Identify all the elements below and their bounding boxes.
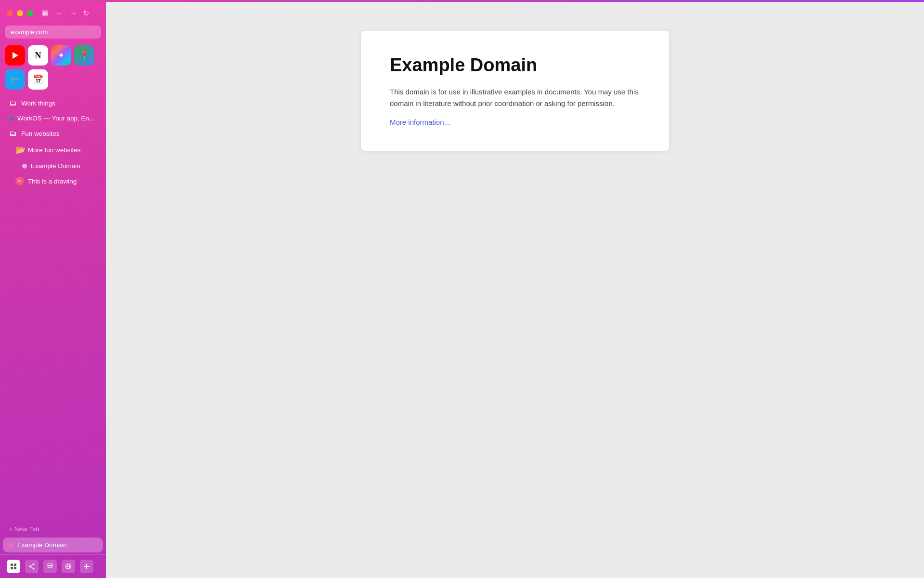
notion-n-icon: N — [35, 51, 41, 61]
url-bar[interactable]: example.com — [5, 26, 101, 39]
forward-button[interactable]: → — [67, 8, 79, 19]
twitter-bird-icon: 🐦 — [10, 74, 20, 85]
active-tab-label: Example Domain — [17, 541, 67, 549]
bookmark-youtube[interactable] — [5, 45, 25, 66]
new-tab-label: + New Tab — [9, 525, 39, 533]
sidebar-nav: 🗂 Work things WorkOS — Your app, En... 🗂… — [0, 93, 106, 523]
svg-rect-2 — [45, 13, 48, 14]
svg-rect-1 — [45, 12, 48, 13]
sidebar-item-more-fun-websites-label: More fun websites — [28, 146, 81, 154]
bookmarks-row-1: N ✦ 📍 — [0, 43, 106, 69]
traffic-lights-area: ← → ↻ — [0, 2, 106, 23]
minimize-button[interactable] — [17, 10, 23, 16]
folder-open-icon: 📂 — [15, 145, 24, 155]
database-icon[interactable] — [43, 560, 57, 573]
drawing-icon: ✏ — [15, 177, 24, 185]
svg-point-13 — [48, 564, 52, 565]
sidebar-item-more-fun-websites[interactable]: 📂 More fun websites — [10, 142, 103, 158]
active-tab-dot-icon — [9, 543, 13, 548]
page-dot-icon — [22, 164, 27, 169]
youtube-play-icon — [13, 52, 18, 59]
sidebar-bottom-toolbar — [0, 554, 106, 578]
close-button[interactable] — [7, 10, 13, 16]
reload-button[interactable]: ↻ — [81, 8, 91, 19]
sidebar-item-workos-label: WorkOS — Your app, En... — [17, 115, 94, 122]
workos-dot-icon — [9, 116, 13, 121]
sidebar-item-work-things[interactable]: 🗂 Work things — [3, 95, 103, 111]
url-bar-area: example.com — [0, 23, 106, 43]
bookmarks-row-2: 🐦 📅 — [0, 69, 106, 93]
sidebar-item-example-domain-label: Example Domain — [31, 162, 80, 170]
svg-line-11 — [30, 564, 34, 566]
sidebar-item-work-things-label: Work things — [21, 100, 55, 107]
svg-rect-3 — [45, 14, 48, 15]
sidebar-item-drawing-label: This is a drawing — [28, 178, 77, 185]
active-tab[interactable]: Example Domain — [3, 538, 103, 552]
bookmark-twitter[interactable]: 🐦 — [5, 69, 25, 90]
maps-pin-icon: 📍 — [79, 50, 90, 61]
back-button[interactable]: ← — [54, 8, 65, 19]
svg-rect-7 — [14, 567, 16, 569]
calendar-icon: 📅 — [33, 74, 43, 85]
page-title: Example Domain — [390, 55, 640, 76]
svg-rect-4 — [11, 564, 13, 566]
tab-overview-icon[interactable] — [7, 560, 20, 573]
sidebar-item-fun-websites-label: Fun websites — [21, 130, 60, 137]
svg-rect-0 — [43, 12, 45, 15]
sidebar-item-fun-websites[interactable]: 🗂 Fun websites — [3, 126, 103, 141]
sidebar-toggle-icon[interactable] — [42, 10, 48, 16]
new-tab-button[interactable]: + New Tab — [3, 523, 103, 536]
bookmark-notion[interactable]: N — [28, 45, 48, 66]
main-content: Example Domain This domain is for use in… — [106, 2, 924, 578]
fullscreen-button[interactable] — [27, 10, 33, 16]
bookmark-maps[interactable]: 📍 — [74, 45, 94, 66]
sidebar-item-example-domain-nav[interactable]: Example Domain — [16, 159, 103, 173]
sidebar: ← → ↻ example.com N ✦ 📍 — [0, 2, 106, 578]
share-icon[interactable] — [25, 560, 38, 573]
svg-rect-6 — [11, 567, 13, 569]
content-card: Example Domain This domain is for use in… — [361, 31, 669, 151]
figma-icon: ✦ — [58, 52, 64, 59]
browser-window: ← → ↻ example.com N ✦ 📍 — [0, 2, 924, 578]
sidebar-item-workos[interactable]: WorkOS — Your app, En... — [3, 111, 103, 125]
folder-icon: 🗂 — [9, 99, 17, 107]
globe-icon[interactable] — [62, 560, 75, 573]
svg-line-12 — [30, 566, 34, 569]
sidebar-item-drawing[interactable]: ✏ This is a drawing — [10, 173, 103, 189]
bookmark-figma[interactable]: ✦ — [51, 45, 71, 66]
page-description: This domain is for use in illustrative e… — [390, 86, 640, 109]
folder-icon-fun: 🗂 — [9, 129, 17, 138]
bookmark-calendar[interactable]: 📅 — [28, 69, 48, 90]
more-information-link[interactable]: More information... — [390, 118, 450, 126]
svg-rect-5 — [14, 564, 16, 566]
add-icon[interactable] — [80, 560, 93, 573]
